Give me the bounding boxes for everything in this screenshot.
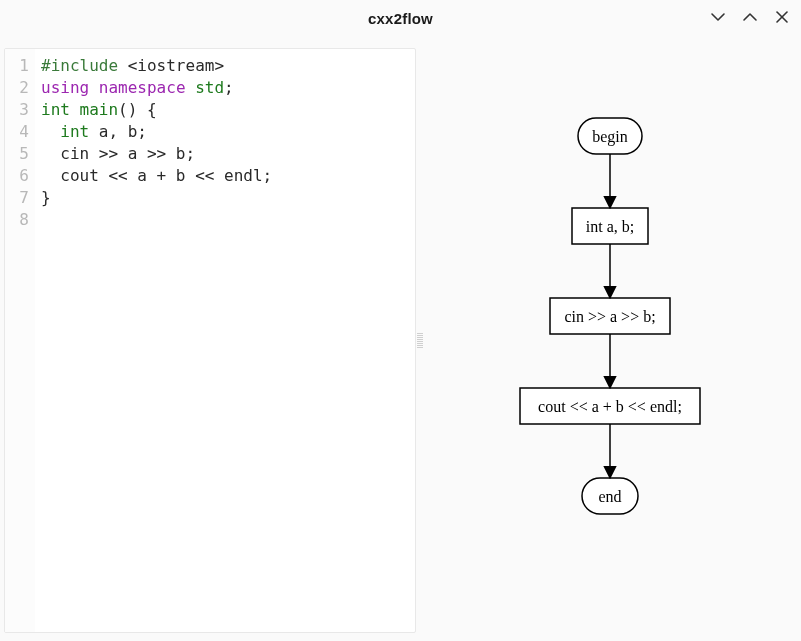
line-number: 3	[5, 99, 29, 121]
flowchart: beginint a, b;cin >> a >> b;cout << a + …	[460, 88, 760, 568]
flowchart-pane: beginint a, b;cin >> a >> b;cout << a + …	[424, 48, 795, 633]
code-line: cin >> a >> b;	[41, 143, 407, 165]
flow-label-decl: int a, b;	[585, 218, 633, 235]
line-number-gutter: 12345678	[5, 49, 35, 632]
grip-icon	[417, 326, 423, 356]
code-text[interactable]: #include <iostream>using namespace std;i…	[35, 49, 415, 632]
code-editor[interactable]: 12345678 #include <iostream>using namesp…	[4, 48, 416, 633]
splitter-handle[interactable]	[416, 48, 424, 633]
close-icon[interactable]	[773, 8, 791, 26]
code-line: int a, b;	[41, 121, 407, 143]
code-line: using namespace std;	[41, 77, 407, 99]
content-area: 12345678 #include <iostream>using namesp…	[0, 38, 801, 641]
flow-label-cout: cout << a + b << endl;	[538, 398, 682, 415]
window-title: cxx2flow	[368, 10, 433, 27]
code-line: }	[41, 187, 407, 209]
flow-label-begin: begin	[592, 128, 628, 146]
flow-label-cin: cin >> a >> b;	[564, 308, 655, 325]
line-number: 8	[5, 209, 29, 231]
line-number: 5	[5, 143, 29, 165]
line-number: 1	[5, 55, 29, 77]
code-line	[41, 209, 407, 231]
window-controls	[709, 8, 791, 26]
maximize-icon[interactable]	[741, 8, 759, 26]
titlebar: cxx2flow	[0, 0, 801, 38]
app-window: cxx2flow 12345678 #include <iostream>usi…	[0, 0, 801, 641]
line-number: 7	[5, 187, 29, 209]
flow-label-end: end	[598, 488, 621, 505]
code-line: #include <iostream>	[41, 55, 407, 77]
code-line: cout << a + b << endl;	[41, 165, 407, 187]
line-number: 4	[5, 121, 29, 143]
line-number: 2	[5, 77, 29, 99]
code-line: int main() {	[41, 99, 407, 121]
minimize-icon[interactable]	[709, 8, 727, 26]
line-number: 6	[5, 165, 29, 187]
